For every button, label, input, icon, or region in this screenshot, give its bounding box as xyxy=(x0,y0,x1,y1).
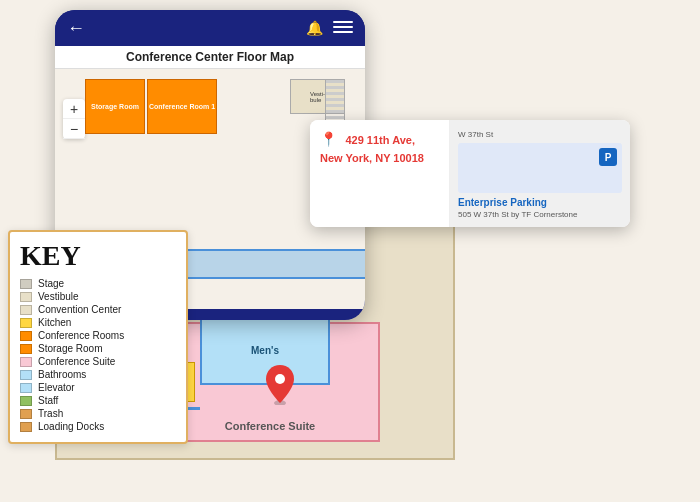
popup-parking-address: 505 W 37th St by TF Cornerstone xyxy=(458,210,622,219)
popup-parking-badge: P xyxy=(599,148,617,166)
map-popup-address-section: 📍 429 11th Ave, New York, NY 10018 xyxy=(310,120,450,227)
popup-pin-icon: 📍 xyxy=(320,131,337,147)
phone-header: ← 🔔 xyxy=(55,10,365,46)
map-pin-large xyxy=(265,365,295,412)
svg-rect-4 xyxy=(333,31,353,33)
key-swatch xyxy=(20,318,32,328)
key-item-label: Kitchen xyxy=(38,317,71,328)
key-items-list: Stage Vestibule Convention Center Kitche… xyxy=(20,278,176,432)
key-swatch xyxy=(20,292,32,302)
key-item: Bathrooms xyxy=(20,369,176,380)
popup-parking-label: Enterprise Parking xyxy=(458,197,622,208)
key-item-label: Stage xyxy=(38,278,64,289)
key-item: Kitchen xyxy=(20,317,176,328)
key-item: Convention Center xyxy=(20,304,176,315)
key-item: Stage xyxy=(20,278,176,289)
key-legend: KEY Stage Vestibule Convention Center Ki… xyxy=(8,230,188,444)
svg-rect-3 xyxy=(333,26,353,28)
key-swatch xyxy=(20,396,32,406)
key-item-label: Loading Docks xyxy=(38,421,104,432)
key-swatch xyxy=(20,279,32,289)
map-popup-right-section: W 37th St P Enterprise Parking 505 W 37t… xyxy=(450,120,630,227)
key-item: Trash xyxy=(20,408,176,419)
key-item-label: Elevator xyxy=(38,382,75,393)
key-item: Loading Docks xyxy=(20,421,176,432)
key-item-label: Staff xyxy=(38,395,58,406)
key-item-label: Conference Rooms xyxy=(38,330,124,341)
key-swatch xyxy=(20,331,32,341)
phone-conference-room: Conference Room 1 xyxy=(147,79,217,134)
key-item-label: Bathrooms xyxy=(38,369,86,380)
key-item: Elevator xyxy=(20,382,176,393)
key-swatch xyxy=(20,357,32,367)
key-title: KEY xyxy=(20,240,176,272)
key-swatch xyxy=(20,344,32,354)
key-item-label: Convention Center xyxy=(38,304,121,315)
zoom-out-button[interactable]: − xyxy=(63,119,85,139)
phone-title: Conference Center Floor Map xyxy=(55,46,365,69)
key-swatch xyxy=(20,370,32,380)
phone-header-icons: 🔔 xyxy=(306,19,353,38)
key-item-label: Vestibule xyxy=(38,291,79,302)
key-swatch xyxy=(20,305,32,315)
key-item: Staff xyxy=(20,395,176,406)
map-popup: 📍 429 11th Ave, New York, NY 10018 W 37t… xyxy=(310,120,630,227)
back-button[interactable]: ← xyxy=(67,18,85,39)
key-item: Conference Suite xyxy=(20,356,176,367)
bell-icon[interactable]: 🔔 xyxy=(306,20,323,36)
key-item-label: Storage Room xyxy=(38,343,102,354)
zoom-controls: + − xyxy=(63,99,85,139)
phone-storage-room: Storage Room xyxy=(85,79,145,134)
key-item: Storage Room xyxy=(20,343,176,354)
svg-rect-2 xyxy=(333,21,353,23)
svg-point-1 xyxy=(275,374,285,384)
floor-map-background: Women's Men's Conference Suite Kitchen W… xyxy=(0,0,700,502)
key-swatch xyxy=(20,422,32,432)
key-item: Conference Rooms xyxy=(20,330,176,341)
key-item-label: Conference Suite xyxy=(38,356,115,367)
menu-icon[interactable] xyxy=(333,19,353,38)
key-item-label: Trash xyxy=(38,408,63,419)
key-swatch xyxy=(20,383,32,393)
key-item: Vestibule xyxy=(20,291,176,302)
popup-street: W 37th St xyxy=(458,130,622,139)
key-swatch xyxy=(20,409,32,419)
zoom-in-button[interactable]: + xyxy=(63,99,85,119)
